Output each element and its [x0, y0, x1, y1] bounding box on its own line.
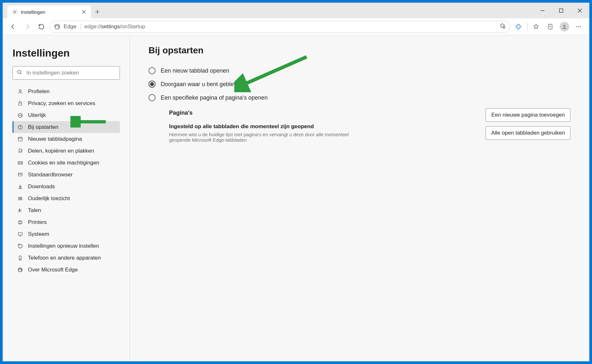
sidebar-item-label: Privacy, zoeken en services — [28, 100, 95, 107]
radio-label: Een nieuw tabblad openen — [161, 67, 229, 74]
sidebar-item-label: Ouderlijk toezicht — [28, 195, 70, 202]
settings-main: Bij opstarten Een nieuw tabblad openenDo… — [130, 35, 589, 361]
sidebar-item-icon — [17, 112, 23, 119]
pages-section: Pagina's Ingesteld op alle tabbladen die… — [169, 110, 570, 143]
tab-title: Instellingen — [21, 9, 78, 15]
search-icon — [17, 69, 22, 76]
more-menu-icon[interactable] — [572, 20, 585, 33]
profile-button[interactable] — [558, 20, 571, 33]
sidebar-item-label: Delen, kopiëren en plakken — [28, 148, 94, 154]
svg-point-9 — [18, 70, 21, 74]
svg-rect-14 — [18, 137, 22, 141]
maximize-button[interactable] — [552, 3, 570, 18]
sidebar-item-icon — [17, 100, 23, 107]
settings-search[interactable] — [13, 66, 120, 80]
sidebar-item-15[interactable]: Over Microsoft Edge — [13, 264, 120, 276]
sidebar-item-9[interactable]: Ouderlijk toezicht — [13, 192, 120, 204]
svg-point-24 — [20, 259, 20, 259]
address-divider — [80, 23, 81, 30]
use-all-tabs-button[interactable]: Alle open tabbladen gebruiken — [486, 126, 570, 140]
sidebar-item-icon — [17, 231, 23, 237]
new-tab-button[interactable] — [91, 5, 104, 18]
radio-icon — [148, 67, 156, 74]
sidebar-item-icon — [17, 195, 23, 202]
sidebar-item-12[interactable]: Systeem — [13, 228, 120, 240]
startup-option-2[interactable]: Een specifieke pagina of pagina's openen — [148, 91, 570, 104]
svg-point-0 — [14, 11, 16, 13]
svg-point-19 — [19, 197, 20, 199]
svg-rect-11 — [19, 103, 22, 105]
sidebar-item-icon — [17, 124, 23, 130]
sidebar-item-icon — [17, 267, 23, 273]
edge-logo-icon — [54, 23, 60, 30]
sidebar-item-icon — [17, 243, 23, 249]
svg-rect-18 — [18, 173, 22, 176]
svg-point-20 — [21, 197, 22, 199]
startup-options: Een nieuw tabblad openenDoorgaan waar u … — [148, 64, 570, 104]
sidebar-item-icon — [17, 219, 23, 226]
sidebar-item-2[interactable]: Uiterlijk — [13, 109, 120, 121]
sidebar-item-8[interactable]: Downloads — [13, 181, 120, 192]
sidebar-item-icon — [17, 172, 23, 178]
svg-point-7 — [578, 26, 579, 27]
sidebar-item-label: Downloads — [28, 183, 55, 190]
sidebar-item-13[interactable]: Instellingen opnieuw instellen — [13, 240, 120, 252]
pages-subtext: Hiermee wist u de huidige lijst met pagi… — [169, 132, 349, 143]
close-window-button[interactable] — [570, 3, 589, 18]
svg-rect-1 — [560, 9, 563, 13]
sidebar-item-5[interactable]: Delen, kopiëren en plakken — [13, 145, 120, 157]
favorites-icon[interactable] — [529, 20, 543, 33]
settings-page: Instellingen ProfielenPrivacy, zoeken en… — [3, 35, 589, 361]
browser-tab[interactable]: Instellingen — [7, 5, 91, 18]
avatar-icon — [560, 22, 569, 31]
sidebar-item-14[interactable]: Telefoon en andere apparaten — [13, 252, 120, 264]
browser-window: Instellingen Edge e — [3, 3, 589, 361]
reload-button[interactable] — [35, 20, 48, 33]
sidebar-item-4[interactable]: Nieuwe tabbladpagina — [13, 133, 120, 145]
sidebar-item-label: Bij opstarten — [28, 124, 58, 130]
settings-search-input[interactable] — [26, 70, 116, 76]
extensions-icon[interactable] — [512, 20, 525, 33]
gear-icon — [12, 9, 18, 15]
sidebar-item-icon — [17, 160, 23, 166]
startup-option-1[interactable]: Doorgaan waar u bent gebleven — [148, 77, 570, 91]
sidebar-item-icon — [17, 136, 23, 142]
collections-icon[interactable] — [543, 20, 557, 33]
sidebar-item-0[interactable]: Profielen — [13, 85, 120, 97]
sidebar-item-label: Telefoon en andere apparaten — [28, 255, 101, 261]
radio-label: Doorgaan waar u bent gebleven — [161, 81, 243, 88]
sidebar-item-6[interactable]: Cookies en site machtigingen — [13, 157, 120, 169]
svg-rect-21 — [19, 221, 22, 223]
sidebar-item-icon — [17, 183, 23, 190]
radio-icon — [148, 81, 156, 88]
svg-point-6 — [576, 26, 577, 27]
svg-rect-22 — [18, 232, 22, 235]
svg-point-16 — [19, 162, 20, 163]
minimize-button[interactable] — [533, 3, 552, 18]
svg-point-17 — [21, 162, 22, 163]
forward-button[interactable] — [21, 20, 34, 33]
sidebar-item-3[interactable]: Bij opstarten — [13, 121, 120, 133]
sidebar-item-11[interactable]: Printers — [13, 216, 120, 228]
close-tab-icon[interactable] — [81, 9, 86, 14]
sidebar-nav: ProfielenPrivacy, zoeken en servicesUite… — [13, 85, 120, 276]
sidebar-item-icon — [17, 148, 23, 154]
settings-sidebar: Instellingen ProfielenPrivacy, zoeken en… — [3, 35, 130, 361]
window-controls — [533, 3, 589, 18]
sidebar-item-label: Systeem — [28, 231, 49, 237]
sidebar-item-7[interactable]: Standaardbrowser — [13, 169, 120, 181]
address-bar[interactable]: Edge edge://settings/onStartup — [49, 21, 510, 33]
sidebar-title: Instellingen — [13, 47, 120, 59]
favorite-icon[interactable] — [499, 22, 506, 31]
browser-toolbar: Edge edge://settings/onStartup — [3, 18, 589, 35]
svg-point-8 — [580, 26, 581, 27]
pages-subtitle: Ingesteld op alle tabbladen die momentee… — [169, 123, 478, 130]
radio-label: Een specifieke pagina of pagina's openen — [161, 94, 268, 101]
add-page-button[interactable]: Een nieuwe pagina toevoegen — [486, 108, 570, 122]
sidebar-item-label: Cookies en site machtigingen — [28, 160, 99, 166]
radio-icon — [148, 94, 156, 101]
back-button[interactable] — [7, 20, 20, 33]
sidebar-item-1[interactable]: Privacy, zoeken en services — [13, 97, 120, 109]
startup-option-0[interactable]: Een nieuw tabblad openen — [148, 64, 570, 77]
sidebar-item-10[interactable]: Talen — [13, 204, 120, 216]
